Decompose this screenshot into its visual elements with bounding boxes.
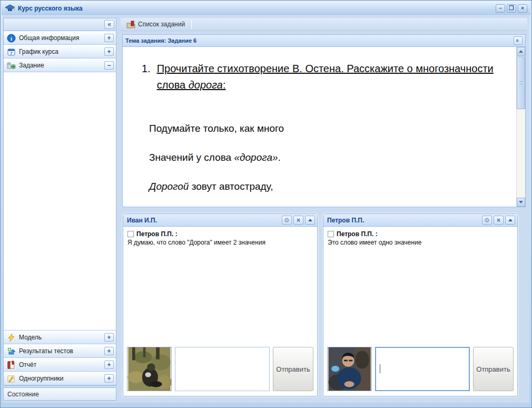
test-results-icon xyxy=(7,347,16,356)
message-header: Петров П.П. : xyxy=(328,230,513,238)
sidebar-item-task[interactable]: Задание − xyxy=(4,59,116,72)
app-window: Курс русского языка – ❒ × « i Общая инфо… xyxy=(0,0,532,408)
message-checkbox[interactable] xyxy=(127,231,134,237)
message-text: Это слово имеет одно значение xyxy=(328,239,513,246)
tasks-list-button[interactable]: Список заданий xyxy=(123,19,188,30)
tasks-list-label: Список заданий xyxy=(138,21,185,28)
chat-panel-petrov: Петров П.П. ⚙ × Петров П.П. : Это слово … xyxy=(323,213,518,396)
chat-input-wrap xyxy=(175,347,270,391)
sidebar-collapse-button[interactable]: « xyxy=(104,20,114,29)
sidebar-item-label: Задание xyxy=(19,62,104,69)
svg-text:i: i xyxy=(11,35,12,41)
expand-toggle[interactable]: + xyxy=(104,361,114,369)
instruction-number: 1. xyxy=(142,61,151,93)
sidebar-item-label: Отчёт xyxy=(19,361,104,368)
task-section-expanded-area xyxy=(4,72,116,331)
chat-message-input[interactable] xyxy=(375,347,470,391)
message-author: Петров П.П. : xyxy=(136,230,178,238)
sidebar-item-label: Общая информация xyxy=(19,34,104,42)
chat-compose-bar: Отправить xyxy=(123,345,317,396)
titlebar: Курс русского языка – ❒ × xyxy=(2,1,530,15)
chat-messages: Петров П.П. : Это слово имеет одно значе… xyxy=(323,227,517,345)
expand-toggle[interactable]: + xyxy=(104,34,114,42)
chat-compose-bar: Отправить xyxy=(323,345,517,396)
info-icon: i xyxy=(7,34,16,43)
svg-text:7: 7 xyxy=(10,51,13,56)
text-cursor xyxy=(380,364,380,373)
expand-toggle[interactable]: + xyxy=(104,374,114,383)
sidebar-item-general-info[interactable]: i Общая информация + xyxy=(4,31,116,45)
sidebar-item-report[interactable]: Отчёт + xyxy=(4,358,116,372)
chat-collapse-button[interactable] xyxy=(305,216,315,225)
sidebar-panel: « i Общая информация + 7 График курса + xyxy=(3,18,116,386)
chat-title: Иван И.П. xyxy=(127,217,280,224)
pencil-note-icon xyxy=(7,374,16,383)
chat-title: Петров П.П. xyxy=(327,217,480,224)
task-content: 1. Прочитайте стихотворение В. Остена. Р… xyxy=(123,47,516,207)
message-author: Петров П.П. : xyxy=(337,230,378,238)
toolbar: Список заданий xyxy=(121,18,527,31)
instruction-text-italic: дорога xyxy=(189,79,223,91)
close-button[interactable]: × xyxy=(518,4,527,13)
chevron-up-icon xyxy=(519,50,523,53)
scroll-down-button[interactable] xyxy=(517,198,525,207)
chevron-up-icon xyxy=(308,219,312,221)
sidebar-item-model[interactable]: Модель + xyxy=(4,331,116,344)
chat-close-button[interactable]: × xyxy=(293,216,303,225)
minimize-button[interactable]: – xyxy=(496,4,505,13)
sidebar-item-groupmates[interactable]: Одногруппники + xyxy=(4,372,116,385)
chat-messages: Петров П.П. : Я думаю, что слово "Дорога… xyxy=(123,227,317,345)
task-panel-title: Тема задания: Задание 6 xyxy=(125,37,514,44)
vertical-scrollbar[interactable] xyxy=(516,47,525,207)
sidebar-item-course-schedule[interactable]: 7 График курса + xyxy=(4,45,116,59)
sidebar-item-label: График курса xyxy=(19,48,104,55)
avatar xyxy=(127,347,172,391)
chat-message-input[interactable] xyxy=(175,347,270,391)
sidebar-item-test-results[interactable]: Результаты тестов + xyxy=(4,344,116,358)
double-chevron-up-icon: « xyxy=(515,39,522,42)
chat-settings-button[interactable]: ⚙ xyxy=(482,216,492,225)
window-title: Курс русского языка xyxy=(18,5,494,12)
task-body: 1. Прочитайте стихотворение В. Остена. Р… xyxy=(123,47,525,207)
sidebar-item-label: Одногруппники xyxy=(19,375,104,382)
chat-input-wrap xyxy=(375,347,470,391)
gear-icon: ⚙ xyxy=(484,217,490,224)
scrollbar-thumb[interactable] xyxy=(517,56,525,109)
message-text: Я думаю, что слово "Дорога" имеет 2 знач… xyxy=(127,239,313,246)
expand-toggle[interactable]: + xyxy=(104,347,114,355)
panel-collapse-button[interactable]: « xyxy=(514,36,523,45)
chat-settings-button[interactable]: ⚙ xyxy=(282,216,292,225)
task-panel-header: Тема задания: Задание 6 « xyxy=(123,35,525,47)
workspace: « i Общая информация + 7 График курса + xyxy=(3,16,529,403)
graduation-cap-icon xyxy=(5,4,15,13)
chat-collapse-button[interactable] xyxy=(505,216,515,225)
send-button[interactable]: Отправить xyxy=(473,347,514,391)
status-bar: Состояние xyxy=(3,387,116,401)
collapse-toggle[interactable]: − xyxy=(104,61,114,70)
gear-icon: ⚙ xyxy=(284,217,290,224)
task-instruction: 1. Прочитайте стихотворение В. Остена. Р… xyxy=(142,61,505,93)
poem-line: Подумайте только, как много xyxy=(149,123,505,134)
expand-toggle[interactable]: + xyxy=(104,333,114,342)
expand-toggle[interactable]: + xyxy=(104,47,114,56)
chat-close-button[interactable]: × xyxy=(494,216,504,225)
chat-row: Иван И.П. ⚙ × Петров П.П. : Я думаю, что… xyxy=(123,213,525,396)
task-folder-icon xyxy=(7,61,16,70)
close-icon: × xyxy=(297,217,300,224)
tasks-list-icon xyxy=(126,20,135,29)
message-checkbox[interactable] xyxy=(328,231,334,237)
chat-header: Иван И.П. ⚙ × xyxy=(123,214,317,227)
scroll-up-button[interactable] xyxy=(517,47,525,56)
sidebar-item-label: Модель xyxy=(19,334,104,341)
main-area: Список заданий Тема задания: Задание 6 «… xyxy=(120,16,528,403)
chat-panel-ivan: Иван И.П. ⚙ × Петров П.П. : Я думаю, что… xyxy=(123,213,318,396)
send-button[interactable]: Отправить xyxy=(273,347,313,391)
status-label: Состояние xyxy=(7,391,39,398)
instruction-text-tail: : xyxy=(223,79,226,91)
report-book-icon xyxy=(7,361,16,370)
scrollbar-grip xyxy=(519,81,523,84)
message-header: Петров П.П. : xyxy=(127,230,313,238)
maximize-button[interactable]: ❒ xyxy=(507,4,516,13)
lightning-icon xyxy=(7,333,16,342)
calendar-icon: 7 xyxy=(7,47,16,56)
